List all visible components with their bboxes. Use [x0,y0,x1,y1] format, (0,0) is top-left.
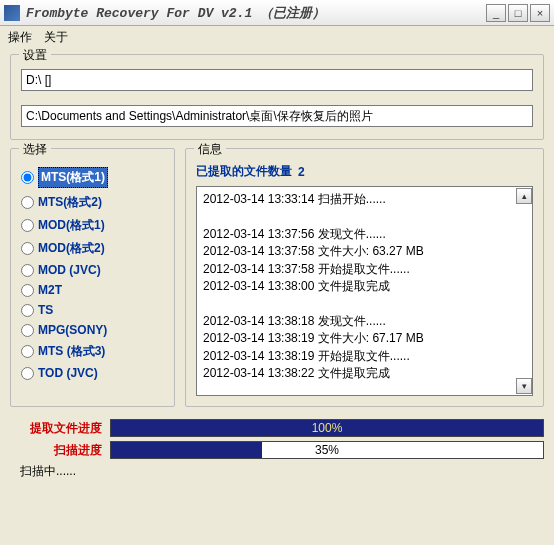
menu-about[interactable]: 关于 [44,29,68,46]
choose-group: 选择 MTS(格式1)MTS(格式2)MOD(格式1)MOD(格式2)MOD (… [10,148,175,407]
format-radio-4[interactable]: MOD (JVC) [21,263,164,277]
scan-progress-label: 扫描进度 [10,442,110,459]
extract-progress-bar: 100% [110,419,544,437]
settings-group: 设置 [10,54,544,140]
info-count: 2 [298,165,305,179]
scan-progress-text: 35% [111,442,543,458]
format-radio-label: MOD (JVC) [38,263,101,277]
format-radio-label: MOD(格式1) [38,217,105,234]
format-radio-label: MOD(格式2) [38,240,105,257]
format-radio-input[interactable] [21,196,34,209]
format-radio-label: MPG(SONY) [38,323,107,337]
app-icon [4,5,20,21]
format-radio-2[interactable]: MOD(格式1) [21,217,164,234]
format-radio-label: TOD (JVC) [38,366,98,380]
close-button[interactable]: × [530,4,550,22]
scan-progress-bar: 35% [110,441,544,459]
menu-bar: 操作 关于 [0,26,554,48]
format-radio-input[interactable] [21,284,34,297]
info-label: 信息 [194,141,226,158]
format-radio-label: TS [38,303,53,317]
scroll-up-button[interactable]: ▴ [516,188,532,204]
format-radio-input[interactable] [21,304,34,317]
window-title: Frombyte Recovery For DV v2.1 （已注册） [26,4,486,22]
format-radio-7[interactable]: MPG(SONY) [21,323,164,337]
extract-progress-label: 提取文件进度 [10,420,110,437]
menu-ops[interactable]: 操作 [8,29,32,46]
format-radio-6[interactable]: TS [21,303,164,317]
extract-progress-text: 100% [111,420,543,436]
format-radio-0[interactable]: MTS(格式1) [21,167,164,188]
status-text: 扫描中...... [10,463,544,480]
format-radio-1[interactable]: MTS(格式2) [21,194,164,211]
info-group: 信息 已提取的文件数量 2 ▴ 2012-03-14 13:33:14 扫描开始… [185,148,544,407]
format-radio-input[interactable] [21,171,34,184]
log-box: ▴ 2012-03-14 13:33:14 扫描开始...... 2012-03… [196,186,533,396]
format-radio-input[interactable] [21,367,34,380]
format-radio-input[interactable] [21,264,34,277]
minimize-button[interactable]: _ [486,4,506,22]
info-count-label: 已提取的文件数量 [196,163,292,180]
format-radio-label: MTS(格式1) [38,167,108,188]
choose-label: 选择 [19,141,51,158]
format-radio-label: MTS(格式2) [38,194,102,211]
scroll-down-button[interactable]: ▾ [516,378,532,394]
log-content: 2012-03-14 13:33:14 扫描开始...... 2012-03-1… [197,187,532,395]
dest-path-input[interactable] [21,105,533,127]
format-radio-input[interactable] [21,345,34,358]
format-radio-input[interactable] [21,324,34,337]
format-radio-8[interactable]: MTS (格式3) [21,343,164,360]
format-radio-input[interactable] [21,219,34,232]
format-radio-9[interactable]: TOD (JVC) [21,366,164,380]
settings-label: 设置 [19,47,51,64]
format-radio-3[interactable]: MOD(格式2) [21,240,164,257]
format-radio-label: MTS (格式3) [38,343,105,360]
maximize-button[interactable]: □ [508,4,528,22]
format-radio-5[interactable]: M2T [21,283,164,297]
format-radio-input[interactable] [21,242,34,255]
format-radio-label: M2T [38,283,62,297]
source-path-input[interactable] [21,69,533,91]
title-bar: Frombyte Recovery For DV v2.1 （已注册） _ □ … [0,0,554,26]
